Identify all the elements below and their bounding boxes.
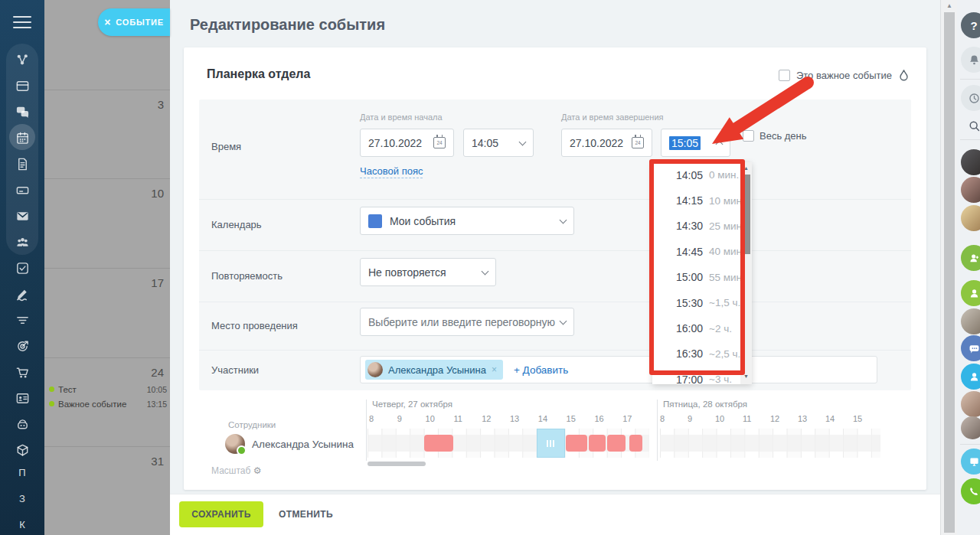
page-scrollbar[interactable]: ▲ — [940, 0, 957, 535]
chevron-down-icon[interactable] — [560, 216, 567, 223]
time-option[interactable]: 14:4540 мин. — [652, 239, 752, 264]
add-attendee-button[interactable]: + Добавить — [514, 364, 568, 376]
add-contact-icon[interactable] — [961, 364, 980, 390]
attendee-chip[interactable]: Александра Усынина × — [365, 360, 503, 380]
chevron-down-icon[interactable] — [519, 138, 527, 145]
calendar-row-label: Календарь — [211, 219, 262, 230]
timeline-scrollbar[interactable] — [368, 462, 426, 466]
feed-icon[interactable] — [0, 308, 44, 331]
documents-icon[interactable] — [0, 152, 44, 175]
time-option[interactable]: 15:0055 мин. — [652, 265, 752, 290]
calendar-icon[interactable] — [0, 126, 44, 149]
event-time-slot[interactable] — [537, 429, 565, 458]
scrollbar-thumb[interactable] — [944, 12, 955, 533]
calendar-event[interactable]: Важное событие 13:15 — [49, 398, 167, 409]
history-icon[interactable] — [961, 85, 980, 111]
calendar-select[interactable]: Мои события — [360, 207, 574, 235]
sign-icon[interactable] — [0, 282, 44, 305]
avatar[interactable] — [961, 416, 980, 439]
time-option[interactable]: 14:050 мин. — [652, 162, 752, 188]
timeline-grid-thursday[interactable] — [368, 429, 649, 458]
calendar-picker-icon[interactable]: 24 — [433, 137, 446, 148]
calendar-week-row[interactable]: 24 Тест 10:05 Важное событие 13:15 — [44, 357, 170, 446]
calendar-week-row[interactable]: 17 — [44, 268, 170, 357]
hour-label: 10 — [426, 414, 454, 423]
timezone-link[interactable]: Часовой пояс — [360, 165, 423, 178]
attendees-input[interactable]: Александра Усынина × + Добавить — [360, 356, 877, 383]
calendar-week-row[interactable]: 31 — [44, 446, 170, 535]
location-select[interactable]: Выберите или введите переговорную — [360, 308, 574, 336]
start-date-field[interactable]: 27.10.2022 24 — [360, 129, 454, 157]
contacts-icon[interactable] — [0, 387, 44, 409]
scroll-up-icon[interactable]: ▲ — [740, 165, 752, 171]
checkbox-box[interactable] — [779, 70, 790, 81]
avatar[interactable] — [961, 308, 980, 334]
save-button[interactable]: СОХРАНИТЬ — [179, 501, 263, 527]
sidebar-item-z[interactable]: З — [0, 493, 44, 504]
avatar[interactable] — [961, 205, 980, 231]
end-date-field[interactable]: 27.10.2022 24 — [561, 129, 652, 157]
time-option[interactable]: 14:1510 мин. — [652, 188, 752, 213]
event-name-input[interactable]: Планерка отдела — [207, 67, 310, 81]
all-day-checkbox[interactable]: Весь день — [743, 130, 807, 142]
drive-icon[interactable] — [0, 178, 44, 201]
remove-attendee-icon[interactable]: × — [492, 364, 497, 375]
live-feed-icon[interactable] — [0, 48, 44, 71]
avatar — [225, 434, 245, 454]
calendar-picker-icon[interactable]: 24 — [632, 137, 644, 148]
repeat-select[interactable]: Не повторяется — [360, 258, 496, 286]
mail-icon[interactable] — [0, 204, 44, 227]
employees-icon[interactable] — [0, 230, 44, 253]
invite-user-icon[interactable] — [961, 245, 980, 271]
checkbox-box[interactable] — [743, 130, 754, 142]
dropdown-scrollbar[interactable]: ▲ ▼ — [740, 162, 752, 384]
start-time-field[interactable]: 14:05 — [463, 129, 534, 157]
important-event-checkbox[interactable]: Это важное событие — [779, 69, 910, 82]
time-option[interactable]: 14:3025 мин. — [652, 214, 752, 239]
avatar[interactable] — [961, 391, 980, 417]
search-icon[interactable] — [961, 113, 980, 139]
calendar-week-row[interactable]: 10 — [44, 178, 170, 268]
desktop-app-icon[interactable] — [961, 449, 980, 475]
cancel-button[interactable]: ОТМЕНИТЬ — [279, 509, 333, 520]
gear-icon[interactable]: ⚙ — [253, 465, 262, 476]
calendar-event[interactable]: Тест 10:05 — [49, 383, 167, 395]
avatar[interactable] — [961, 149, 980, 175]
time-option[interactable]: 15:30~1,5 ч. — [652, 290, 752, 315]
scroll-down-icon[interactable]: ▼ — [740, 374, 752, 379]
hour-label: 12 — [482, 414, 510, 423]
end-time-field[interactable]: 15:05 — [661, 129, 730, 157]
hour-label: 11 — [453, 414, 482, 423]
chevron-down-icon[interactable] — [482, 267, 489, 275]
group-chat-icon[interactable] — [961, 335, 980, 361]
close-event-slider-button[interactable]: × СОБЫТИЕ — [98, 8, 170, 36]
notifications-icon[interactable] — [961, 47, 980, 73]
phone-call-icon[interactable] — [961, 478, 980, 504]
chevron-down-icon[interactable] — [560, 317, 567, 325]
sidebar-item-p[interactable]: П — [0, 467, 44, 478]
avatar[interactable] — [961, 177, 980, 203]
time-option[interactable]: 16:00~2 ч. — [652, 315, 752, 341]
tasks-icon[interactable] — [0, 256, 44, 279]
time-option[interactable]: 17:00~3 ч. — [652, 367, 752, 384]
add-employee-icon[interactable] — [961, 280, 980, 306]
help-icon[interactable]: ? — [961, 12, 980, 38]
automation-icon[interactable] — [0, 413, 44, 436]
end-time-value-selected[interactable]: 15:05 — [669, 136, 701, 150]
event-status-dot — [49, 401, 54, 406]
menu-icon[interactable] — [13, 16, 31, 28]
apps-icon[interactable] — [0, 439, 44, 462]
scrollbar-thumb[interactable] — [742, 175, 750, 254]
calendar-week-row[interactable]: 3 — [44, 90, 170, 178]
shop-icon[interactable] — [0, 360, 44, 383]
messenger-icon[interactable] — [0, 100, 44, 123]
event-form: Время Дата и время начала Дата и время з… — [199, 99, 911, 390]
sidebar-item-k[interactable]: К — [0, 519, 44, 530]
close-icon[interactable]: × — [104, 16, 110, 28]
chevron-up-icon[interactable] — [716, 141, 724, 148]
scroll-up-icon[interactable]: ▲ — [941, 2, 958, 9]
timeline-grid-friday[interactable] — [660, 429, 880, 458]
tasks-board-icon[interactable] — [0, 74, 44, 97]
time-option[interactable]: 16:30~2,5 ч. — [652, 341, 752, 367]
crm-icon[interactable] — [0, 334, 44, 357]
